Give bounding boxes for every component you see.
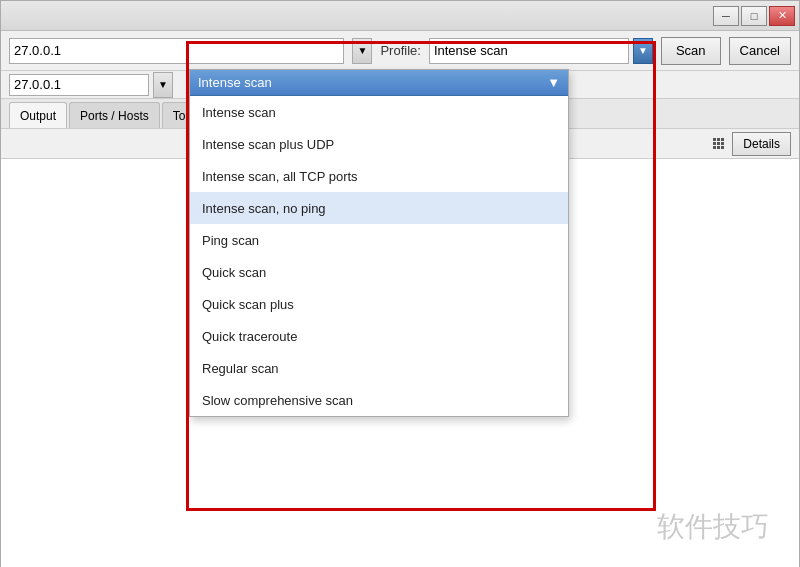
tab-ports-hosts[interactable]: Ports / Hosts	[69, 102, 160, 128]
dropdown-item-6[interactable]: Quick scan plus	[190, 288, 568, 320]
address-input[interactable]	[9, 74, 149, 96]
dropdown-item-0[interactable]: Intense scan	[190, 96, 568, 128]
dropdown-header-arrow: ▼	[547, 75, 560, 90]
profile-label: Profile:	[380, 43, 420, 58]
title-bar-buttons: ─ □ ✕	[713, 6, 795, 26]
profile-container: Intense scan ▼	[429, 38, 653, 64]
dropdown-item-7[interactable]: Quick traceroute	[190, 320, 568, 352]
tab-output[interactable]: Output	[9, 102, 67, 128]
dropdown-header-text: Intense scan	[198, 75, 272, 90]
tab-ports-hosts-label: Ports / Hosts	[80, 109, 149, 123]
profile-select-text: Intense scan	[434, 43, 624, 58]
target-dropdown-arrow[interactable]: ▼	[352, 38, 372, 64]
address-dropdown-arrow[interactable]: ▼	[153, 72, 173, 98]
profile-dropdown-overlay: Intense scan ▼ Intense scan Intense scan…	[189, 69, 569, 417]
dropdown-item-2[interactable]: Intense scan, all TCP ports	[190, 160, 568, 192]
title-bar: ─ □ ✕	[1, 1, 799, 31]
dropdown-item-3[interactable]: Intense scan, no ping	[190, 192, 568, 224]
dropdown-header: Intense scan ▼	[190, 70, 568, 96]
target-input[interactable]	[9, 38, 344, 64]
close-button[interactable]: ✕	[769, 6, 795, 26]
dropdown-item-5[interactable]: Quick scan	[190, 256, 568, 288]
dropdown-item-8[interactable]: Regular scan	[190, 352, 568, 384]
profile-select[interactable]: Intense scan	[429, 38, 629, 64]
restore-button[interactable]: □	[741, 6, 767, 26]
dropdown-item-4[interactable]: Ping scan	[190, 224, 568, 256]
dropdown-item-1[interactable]: Intense scan plus UDP	[190, 128, 568, 160]
toolbar: ▼ Profile: Intense scan ▼ Scan Cancel	[1, 31, 799, 71]
minimize-button[interactable]: ─	[713, 6, 739, 26]
tab-output-label: Output	[20, 109, 56, 123]
main-window: ─ □ ✕ ▼ Profile: Intense scan ▼ Scan Can…	[0, 0, 800, 567]
scan-button[interactable]: Scan	[661, 37, 721, 65]
details-button[interactable]: Details	[732, 132, 791, 156]
grid-icon	[713, 138, 726, 149]
dropdown-item-9[interactable]: Slow comprehensive scan	[190, 384, 568, 416]
cancel-button[interactable]: Cancel	[729, 37, 791, 65]
profile-dropdown-button[interactable]: ▼	[633, 38, 653, 64]
